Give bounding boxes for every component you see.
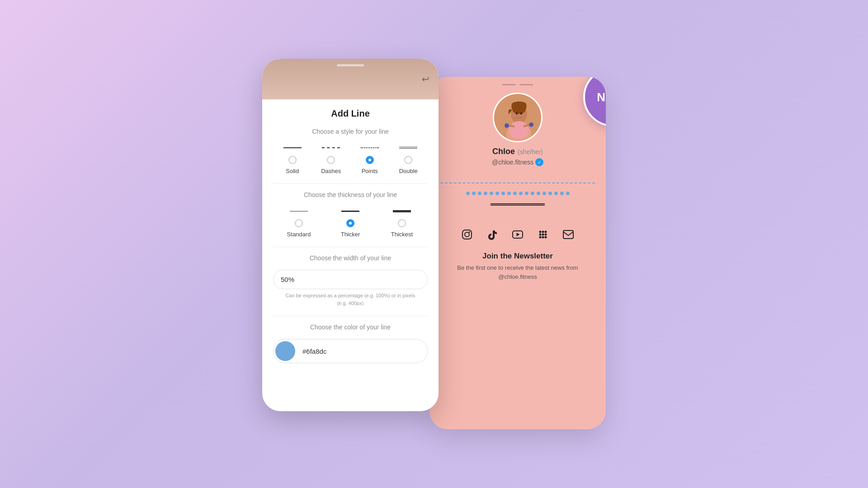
color-value: #6fa8dc (295, 343, 425, 360)
thicker-preview (337, 206, 364, 216)
header-line-1 (502, 84, 516, 85)
thickest-label: Thickest (391, 231, 413, 238)
double-preview (395, 143, 422, 152)
thickness-options: Standard Thicker Thickest (273, 206, 428, 238)
svg-point-6 (520, 113, 522, 115)
svg-point-18 (542, 231, 544, 233)
profile-section: Chloe (she/her) @chloe.fitness ✓ (429, 85, 606, 166)
svg-point-13 (465, 232, 469, 237)
instagram-icon[interactable] (459, 226, 475, 243)
avatar-container (493, 93, 542, 142)
mail-icon[interactable] (560, 226, 576, 243)
verified-badge: ✓ (535, 158, 543, 166)
svg-point-9 (529, 122, 533, 127)
points-radio[interactable] (366, 156, 374, 164)
profile-name: Chloe (492, 147, 515, 156)
thickest-preview (388, 206, 415, 216)
color-section: Choose the color of your line #6fa8dc (273, 324, 428, 363)
podcasts-icon[interactable] (535, 226, 551, 243)
back-icon[interactable]: ↩ (422, 74, 429, 84)
svg-rect-26 (563, 230, 573, 239)
svg-rect-12 (462, 230, 472, 239)
svg-point-25 (545, 236, 547, 239)
dashes-preview (317, 143, 344, 152)
solid-label: Solid (286, 168, 299, 174)
double-radio[interactable] (404, 156, 412, 164)
solid-radio[interactable] (288, 156, 297, 164)
svg-point-17 (539, 231, 542, 233)
svg-point-24 (542, 236, 544, 239)
svg-point-20 (539, 234, 542, 236)
points-label: Points (362, 168, 378, 174)
thickness-section-label: Choose the thickness of your line (273, 191, 428, 198)
svg-point-8 (505, 123, 509, 128)
style-option-double[interactable]: Double (395, 143, 422, 174)
dashes-label: Dashes (321, 168, 341, 174)
phone-right: Chloe (she/her) @chloe.fitness ✓ (429, 77, 606, 429)
standard-radio[interactable] (295, 219, 303, 227)
width-section: Choose the width of your line Can be exp… (273, 254, 428, 307)
svg-point-5 (516, 113, 518, 115)
svg-point-23 (539, 236, 542, 239)
points-preview (356, 143, 383, 152)
tiktok-icon[interactable] (484, 226, 500, 243)
phone-left: ↩ Add Line Choose a style for your line … (262, 59, 439, 411)
social-icons (429, 222, 606, 247)
phone-header: ↩ (262, 59, 439, 99)
phones-container: ↩ Add Line Choose a style for your line … (262, 59, 606, 429)
newsletter-title: Join the Newsletter (440, 252, 595, 261)
thickness-thickest[interactable]: Thickest (388, 206, 415, 238)
thickness-thicker[interactable]: Thicker (337, 206, 364, 238)
svg-marker-16 (517, 233, 520, 236)
phone-notch (337, 64, 364, 66)
color-swatch[interactable] (275, 341, 295, 361)
newsletter-text: Be the first one to receive the latest n… (440, 263, 595, 281)
style-option-solid[interactable]: Solid (279, 143, 306, 174)
double-label: Double (399, 168, 418, 174)
dashes-radio[interactable] (327, 156, 335, 164)
style-section-label: Choose a style for your line (273, 128, 428, 135)
profile-name-row: Chloe (she/her) (492, 147, 543, 156)
color-input-row[interactable]: #6fa8dc (273, 339, 428, 363)
divider-1 (273, 183, 428, 184)
thicker-label: Thicker (341, 231, 360, 238)
phone-left-content: Add Line Choose a style for your line So… (262, 99, 439, 372)
thickness-standard[interactable]: Standard (285, 206, 312, 238)
standard-preview (285, 206, 312, 216)
phone-right-header (429, 77, 606, 85)
add-line-title: Add Line (273, 108, 428, 119)
svg-point-19 (545, 231, 547, 233)
style-option-dashes[interactable]: Dashes (317, 143, 344, 174)
thickest-radio[interactable] (398, 219, 406, 227)
width-input[interactable] (273, 270, 428, 289)
divider-3 (273, 316, 428, 316)
svg-point-22 (545, 234, 547, 236)
lines-preview-section (429, 166, 606, 222)
width-section-label: Choose the width of your line (273, 254, 428, 262)
svg-point-21 (542, 234, 544, 236)
solid-preview (279, 143, 306, 152)
svg-line-10 (509, 126, 514, 127)
thicker-radio[interactable] (346, 219, 354, 227)
color-section-label: Choose the color of your line (273, 324, 428, 331)
new-badge-text: NEW! (597, 90, 606, 104)
dashed-line-preview (440, 183, 595, 183)
width-hint: Can be expressed as a percentage (e.g. 1… (273, 292, 428, 307)
youtube-icon[interactable] (509, 226, 526, 243)
svg-point-14 (469, 231, 470, 233)
profile-handle: @chloe.fitness ✓ (492, 158, 543, 166)
standard-label: Standard (287, 231, 311, 238)
header-line-2 (519, 84, 533, 85)
svg-point-7 (509, 121, 529, 139)
style-option-points[interactable]: Points (356, 143, 383, 174)
style-options: Solid Dashes Points (273, 143, 428, 174)
newsletter-section: Join the Newsletter Be the first one to … (429, 247, 606, 286)
handle-text: @chloe.fitness (492, 159, 533, 166)
divider-2 (273, 247, 428, 247)
double-line-preview (491, 203, 545, 206)
profile-pronouns: (she/her) (518, 148, 543, 155)
dots-line-preview (440, 192, 595, 195)
